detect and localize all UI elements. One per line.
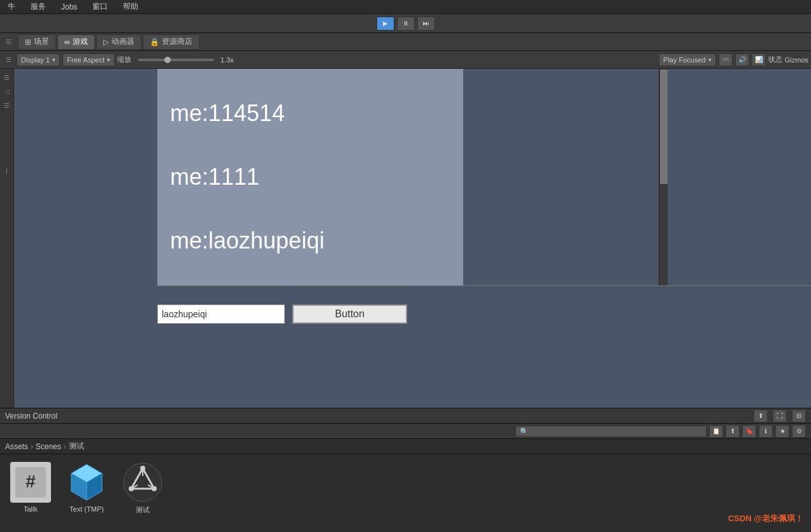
store-tab-icon: 🔒: [150, 38, 159, 47]
menu-service[interactable]: 服务: [28, 0, 48, 13]
scene-tab-icon: ⊞: [25, 38, 31, 47]
menubar: 牛 服务 Jobs 窗口 帮助: [0, 0, 811, 14]
tab-animator[interactable]: ▷ 动画器: [96, 34, 141, 50]
mute-icon-btn[interactable]: 🎮: [719, 54, 733, 66]
game-input-area: Button: [157, 305, 407, 324]
left-icon-2[interactable]: ◁: [1, 85, 13, 97]
vc-icon-2[interactable]: ⛶: [773, 410, 787, 422]
game-button[interactable]: Button: [292, 305, 407, 324]
game-text-3: me:laozhupeiqi: [170, 227, 450, 254]
vc-icon-1[interactable]: ⬆: [754, 410, 768, 422]
assets-icon-5[interactable]: ⚙: [792, 425, 806, 438]
breadcrumb-test[interactable]: 测试: [69, 441, 84, 452]
play-focused-dropdown[interactable]: Play Focused: [659, 54, 716, 66]
breadcrumb-bar: Assets › Scenes › 测试: [0, 439, 811, 454]
search-input[interactable]: [515, 426, 707, 437]
breadcrumb-assets[interactable]: Assets: [5, 442, 28, 451]
toolbar-menu-icon[interactable]: ☰: [3, 54, 14, 66]
scroll-bar-vertical[interactable]: [659, 69, 668, 285]
left-icon-1[interactable]: ☰: [1, 71, 13, 83]
menu-jobs[interactable]: Jobs: [59, 1, 80, 13]
asset-icon-tmp: [66, 462, 107, 503]
tab-bar: ☰ ⊞ 场景 ∞ 游戏 ▷ 动画器 🔒 资源商店: [0, 33, 811, 51]
tab-group-left: ☰ ⊞ 场景 ∞ 游戏 ▷ 动画器 🔒 资源商店: [3, 34, 199, 50]
breadcrumb-sep-1: ›: [31, 442, 33, 451]
bottom-panel: Version Control ⬆ ⛶ ⊟ 📋 ⬆ 🔖 ℹ ★ ⚙ Assets…: [0, 408, 811, 532]
game-toolbar: ☰ Display 1 Free Aspect 缩放 1.3x Play Foc…: [0, 51, 811, 69]
main-area: ☰ ◁ ☰ | me:114514 me:1111 me:laozhupeiqi…: [0, 69, 811, 408]
asset-label-tmp: Text (TMP): [69, 505, 104, 513]
tab-game[interactable]: ∞ 游戏: [57, 34, 95, 50]
asset-label-test: 测试: [136, 505, 150, 515]
svg-text:#: #: [25, 471, 36, 491]
version-control-title: Version Control: [5, 412, 57, 421]
left-sidebar: ☰ ◁ ☰ |: [0, 69, 14, 408]
assets-area: # Tallk Text (TMP): [0, 454, 811, 532]
step-button[interactable]: ⏭: [417, 17, 435, 31]
game-text-2: me:1111: [170, 164, 450, 191]
pause-button[interactable]: ⏸: [397, 17, 415, 31]
audio-icon-btn[interactable]: 🔊: [735, 54, 749, 66]
zoom-value: 1.3x: [220, 56, 234, 64]
assets-icon-4[interactable]: ★: [775, 425, 789, 438]
asset-item-tallk[interactable]: # Tallk: [10, 462, 51, 513]
menu-niu[interactable]: 牛: [5, 0, 18, 13]
left-icon-ruler[interactable]: |: [1, 164, 13, 176]
game-tab-label: 游戏: [73, 36, 88, 47]
vc-collapse-icon[interactable]: ⊟: [792, 410, 806, 422]
store-tab-label: 资源商店: [162, 36, 192, 47]
menu-help[interactable]: 帮助: [120, 0, 141, 13]
game-view: me:114514 me:1111 me:laozhupeiqi Button: [14, 69, 811, 408]
zoom-label: 缩放: [117, 55, 131, 64]
game-ui-panel: me:114514 me:1111 me:laozhupeiqi: [157, 69, 463, 285]
scene-tab-label: 场景: [34, 36, 49, 47]
assets-icon-1[interactable]: ⬆: [726, 425, 740, 438]
play-button[interactable]: ▶: [377, 17, 394, 31]
transport-bar: ▶ ⏸ ⏭: [0, 14, 811, 33]
hamburger-icon[interactable]: ☰: [3, 36, 14, 48]
game-tab-icon: ∞: [64, 38, 70, 47]
animator-tab-icon: ▷: [103, 38, 109, 47]
horizontal-divider: [157, 285, 811, 286]
breadcrumb-sep-2: ›: [64, 442, 66, 451]
scroll-thumb-vertical: [660, 69, 668, 184]
menu-window[interactable]: 窗口: [90, 0, 110, 13]
gizmos-label: Gizmos: [785, 56, 808, 64]
aspect-dropdown[interactable]: Free Aspect: [62, 54, 115, 66]
tab-scene[interactable]: ⊞ 场景: [18, 34, 56, 50]
game-text-input[interactable]: [157, 305, 285, 324]
zoom-slider[interactable]: [138, 59, 214, 61]
search-icon-btn[interactable]: 📋: [709, 425, 723, 438]
version-control-header: Version Control ⬆ ⛶ ⊟: [0, 408, 811, 424]
asset-item-tmp[interactable]: Text (TMP): [66, 462, 107, 513]
zoom-thumb: [164, 57, 171, 63]
game-text-1: me:114514: [170, 100, 450, 127]
assets-icon-2[interactable]: 🔖: [742, 425, 756, 438]
asset-icon-tallk: #: [10, 462, 51, 503]
assets-icon-3[interactable]: ℹ: [759, 425, 773, 438]
animator-tab-label: 动画器: [111, 36, 134, 47]
display-dropdown[interactable]: Display 1: [17, 54, 60, 66]
status-label: 状态: [768, 55, 782, 64]
tab-store[interactable]: 🔒 资源商店: [143, 34, 199, 50]
breadcrumb-scenes[interactable]: Scenes: [36, 442, 61, 451]
assets-toolbar: 📋 ⬆ 🔖 ℹ ★ ⚙: [0, 424, 811, 439]
csdn-watermark: CSDN @老朱佩琪！: [728, 513, 803, 524]
asset-label-tallk: Tallk: [24, 505, 38, 513]
asset-item-test[interactable]: 测试: [122, 462, 163, 515]
left-icon-3[interactable]: ☰: [1, 99, 13, 111]
stats-icon-btn[interactable]: 📊: [752, 54, 766, 66]
asset-icon-test: [122, 462, 163, 503]
